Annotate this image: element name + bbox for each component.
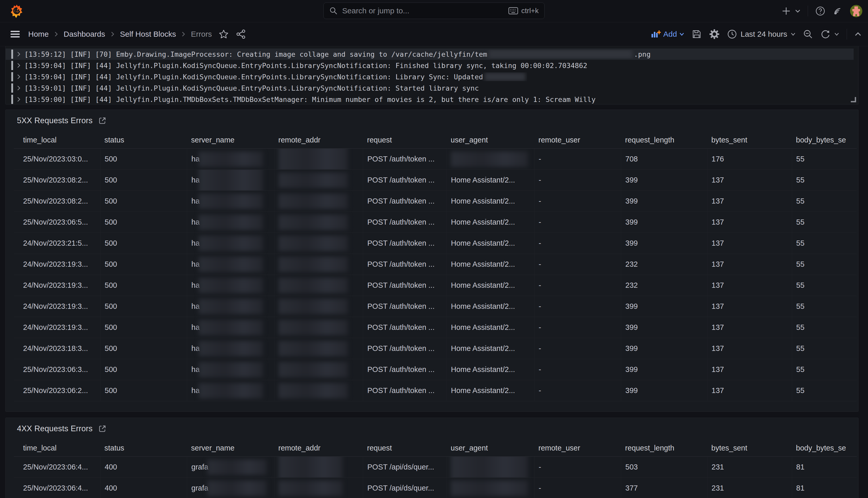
cell-remote_user: -: [534, 359, 621, 380]
expand-chevron-icon[interactable]: [17, 51, 21, 57]
cell-server_name: ha: [187, 275, 274, 296]
help-icon[interactable]: [815, 6, 825, 16]
cell-bytes_sent: 137: [707, 359, 792, 380]
log-line[interactable]: [13:59:04] [INF] [44] Jellyfin.Plugin.Ko…: [6, 71, 854, 82]
external-link-icon[interactable]: [98, 117, 106, 125]
cell-remote_addr: [274, 296, 363, 317]
column-header-request_length[interactable]: request_length: [621, 444, 707, 452]
keyboard-icon: [508, 7, 518, 14]
column-header-remote_user[interactable]: remote_user: [534, 444, 621, 452]
dashboard-settings-gear-icon[interactable]: [709, 29, 719, 39]
log-line[interactable]: [13:59:01] [INF] [44] Jellyfin.Plugin.Ko…: [6, 82, 854, 94]
column-header-time_local[interactable]: time_local: [14, 136, 100, 144]
cell-remote_user: -: [534, 296, 621, 317]
cell-user_agent: Home Assistant/2...: [447, 317, 534, 338]
refresh-icon[interactable]: [820, 29, 830, 39]
panel-resize-handle[interactable]: [850, 96, 856, 103]
column-header-bytes_sent[interactable]: bytes_sent: [707, 444, 792, 452]
column-header-time_local[interactable]: time_local: [14, 444, 100, 452]
cell-request_length: 377: [621, 478, 707, 498]
column-header-body_bytes_se[interactable]: body_bytes_se: [792, 444, 857, 452]
panel-title[interactable]: 5XX Requests Errors: [17, 116, 93, 125]
news-rss-icon[interactable]: [832, 6, 843, 16]
expand-chevron-icon[interactable]: [17, 63, 21, 68]
column-header-user_agent[interactable]: user_agent: [447, 136, 534, 144]
cell-bytes_sent: 137: [707, 275, 792, 296]
column-header-request[interactable]: request: [363, 136, 447, 144]
cell-remote_addr: [274, 212, 363, 233]
column-header-user_agent[interactable]: user_agent: [447, 444, 534, 452]
log-level-bar: [11, 72, 13, 81]
cell-bytes_sent: 137: [707, 254, 792, 275]
new-plus-button[interactable]: [782, 6, 791, 16]
cell-bytes_sent: 176: [707, 149, 792, 169]
column-header-status[interactable]: status: [100, 444, 187, 452]
column-header-remote_addr[interactable]: remote_addr: [274, 444, 363, 452]
new-menu-chevron-down-icon[interactable]: [795, 9, 801, 13]
expand-chevron-icon[interactable]: [17, 96, 21, 102]
column-header-remote_user[interactable]: remote_user: [534, 136, 621, 144]
cell-remote_addr: [274, 233, 363, 254]
share-icon[interactable]: [236, 29, 246, 39]
zoom-out-icon[interactable]: [803, 29, 813, 39]
cell-status: 500: [100, 317, 187, 338]
user-avatar[interactable]: [850, 5, 862, 17]
redacted-cell: [279, 341, 348, 356]
breadcrumb-dashboards[interactable]: Dashboards: [64, 30, 105, 39]
expand-chevron-icon[interactable]: [17, 74, 21, 80]
cell-body_bytes_se: 55: [792, 380, 857, 401]
log-line[interactable]: [13:59:00] [INF] [44] Jellyfin.Plugin.TM…: [6, 94, 854, 104]
breadcrumb-home[interactable]: Home: [28, 30, 49, 39]
time-range-picker[interactable]: Last 24 hours: [727, 29, 796, 39]
add-panel-button[interactable]: Add: [651, 30, 684, 39]
cell-remote_addr: [274, 359, 363, 380]
breadcrumb-folder[interactable]: Self Host Blocks: [120, 30, 176, 39]
log-line[interactable]: [13:59:12] [INF] [70] Emby.Drawing.Image…: [6, 49, 854, 60]
cell-server_name: grafa: [187, 478, 274, 498]
redacted-text: [489, 50, 632, 58]
grafana-logo-icon[interactable]: [10, 4, 23, 18]
cell-time_local: 25/Nov/2023:08:2...: [14, 191, 100, 211]
save-dashboard-icon[interactable]: [692, 29, 702, 39]
log-line[interactable]: [13:59:04] [INF] [44] Jellyfin.Plugin.Ko…: [6, 60, 854, 71]
cell-request_length: 399: [621, 233, 707, 254]
column-header-remote_addr[interactable]: remote_addr: [274, 136, 363, 144]
expand-chevron-icon[interactable]: [17, 85, 21, 91]
search-input[interactable]: Search or jump to... ctrl+k: [323, 3, 545, 19]
redacted-cell: [199, 152, 263, 167]
favorite-star-icon[interactable]: [219, 29, 228, 39]
cell-status: 500: [100, 170, 187, 191]
column-header-request[interactable]: request: [363, 444, 447, 452]
redacted-cell: [199, 299, 263, 314]
panel-title[interactable]: 4XX Requests Errors: [17, 424, 93, 433]
cell-bytes_sent: 137: [707, 191, 792, 211]
cell-time_local: 24/Nov/2023:19:3...: [14, 275, 100, 296]
column-header-status[interactable]: status: [100, 136, 187, 144]
table-row: 24/Nov/2023:18:3...500haPOST /auth/token…: [14, 338, 857, 359]
cell-bytes_sent: 137: [707, 338, 792, 359]
dashboard-toolbar: Home Dashboards Self Host Blocks Errors: [0, 22, 868, 46]
redacted-cell: [279, 278, 348, 293]
column-header-server_name[interactable]: server_name: [187, 136, 274, 144]
column-header-server_name[interactable]: server_name: [187, 444, 274, 452]
column-header-request_length[interactable]: request_length: [621, 136, 707, 144]
refresh-interval-chevron-down-icon[interactable]: [835, 32, 839, 36]
mega-menu-icon[interactable]: [10, 30, 20, 38]
column-header-body_bytes_se[interactable]: body_bytes_se: [792, 136, 857, 144]
redacted-cell: [199, 257, 263, 272]
external-link-icon[interactable]: [98, 424, 106, 433]
redacted-cell: [279, 172, 348, 188]
cell-request: POST /auth/token ...: [363, 149, 447, 169]
collapse-toolbar-chevron-up-icon[interactable]: [855, 32, 861, 37]
cell-remote_addr: [274, 457, 363, 477]
column-header-bytes_sent[interactable]: bytes_sent: [707, 136, 792, 144]
cell-request: POST /auth/token ...: [363, 191, 447, 211]
table-row: 24/Nov/2023:19:3...500haPOST /auth/token…: [14, 296, 857, 317]
log-line-text: [13:59:04] [INF] [44] Jellyfin.Plugin.Ko…: [24, 73, 527, 81]
add-panel-label: Add: [663, 30, 677, 39]
log-level-bar: [11, 61, 13, 70]
cell-remote_addr: [274, 191, 363, 211]
cell-remote_addr: [274, 317, 363, 338]
cell-bytes_sent: 137: [707, 212, 792, 233]
log-rows: [13:59:12] [INF] [70] Emby.Drawing.Image…: [6, 46, 854, 104]
